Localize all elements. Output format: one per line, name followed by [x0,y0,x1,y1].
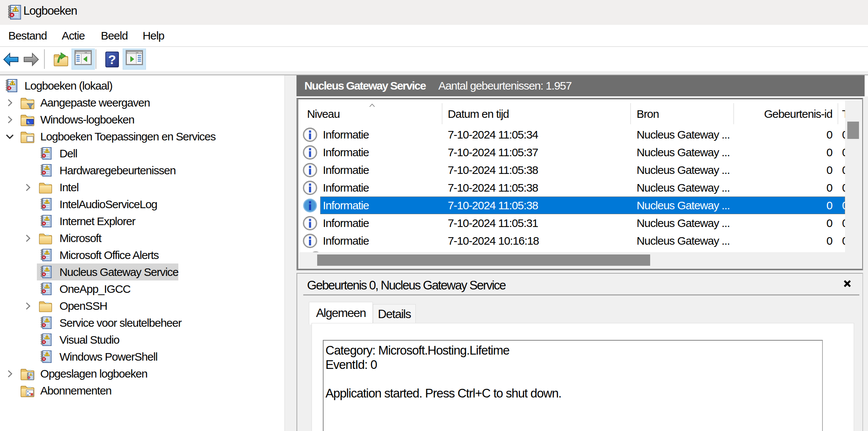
svg-text:?: ? [108,52,116,67]
